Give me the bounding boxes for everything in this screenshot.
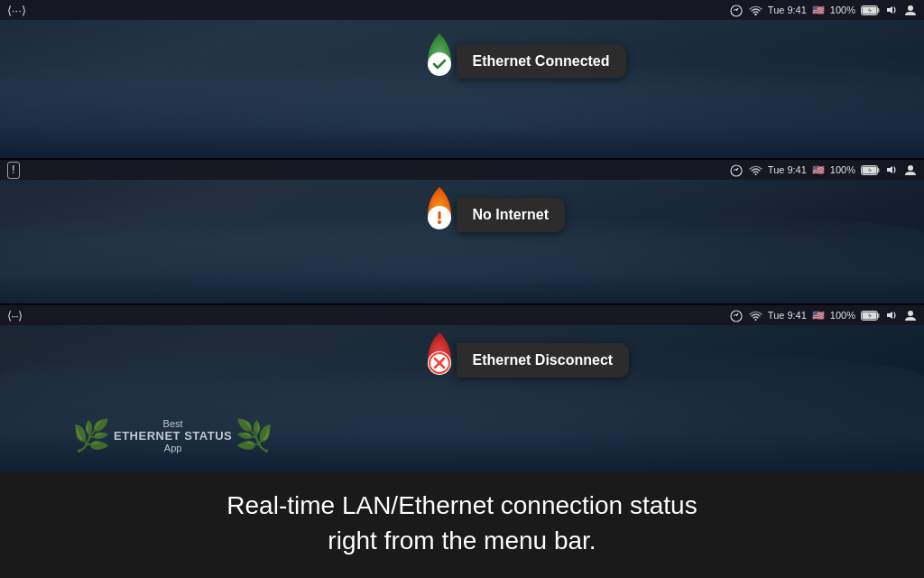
award-best-label: Best — [114, 418, 232, 429]
svg-line-1 — [736, 8, 738, 11]
battery-pct-2: 100% — [830, 164, 855, 175]
user-icon-2 — [904, 163, 917, 176]
award-laurel: 🌿 Best ETHERNET STATUS App 🌿 — [72, 418, 273, 453]
ethernet-status-icon-3[interactable]: ⟨···⟩ — [7, 309, 22, 322]
svg-line-9 — [736, 168, 738, 171]
status-notification-1: Ethernet Connected — [417, 32, 626, 91]
teardrop-svg-3 — [417, 331, 462, 387]
speedometer-icon-1 — [729, 3, 744, 17]
svg-point-2 — [754, 14, 756, 15]
menubar-left-3: ⟨···⟩ — [7, 309, 22, 322]
status-label-1: Ethernet Connected — [457, 44, 626, 79]
speedometer-icon-3 — [729, 308, 744, 322]
svg-point-24 — [908, 311, 913, 316]
battery-pct-3: 100% — [830, 310, 855, 321]
svg-point-20 — [754, 319, 756, 321]
flag-3: 🇺🇸 — [812, 310, 825, 322]
award-app-label: App — [114, 443, 232, 453]
menubar-2: ! Tue 9:41 🇺🇸 100% — [0, 160, 924, 180]
svg-rect-16 — [438, 211, 440, 219]
laurel-left-icon: 🌿 — [72, 420, 110, 451]
volume-icon-1 — [886, 5, 899, 15]
wifi-icon-2 — [749, 164, 762, 175]
time-3: Tue 9:41 — [768, 310, 807, 321]
svg-line-19 — [736, 313, 738, 316]
status-notification-3: Ethernet Disconnect — [417, 331, 630, 390]
svg-point-6 — [908, 5, 913, 11]
award-badge: 🌿 Best ETHERNET STATUS App 🌿 — [72, 418, 273, 453]
svg-rect-23 — [878, 313, 880, 318]
footer-line2: right from the menu bar. — [328, 527, 596, 555]
svg-rect-13 — [878, 168, 880, 172]
time-1: Tue 9:41 — [768, 5, 807, 15]
footer: Real-time LAN/Ethernet connection status… — [0, 471, 924, 578]
panel-connected: ⟨···⟩ Tue 9:41 🇺🇸 — [0, 0, 924, 158]
menubar-right-2: Tue 9:41 🇺🇸 100% — [729, 163, 917, 177]
status-label-3: Ethernet Disconnect — [457, 343, 630, 378]
status-notification-2: No Internet — [417, 185, 565, 245]
menubar-right-1: Tue 9:41 🇺🇸 100% — [729, 3, 917, 17]
volume-icon-3 — [886, 310, 899, 321]
battery-icon-3 — [861, 311, 881, 321]
status-icon-wrapper-1 — [417, 32, 462, 91]
svg-rect-5 — [878, 8, 880, 13]
menubar-left-2: ! — [7, 162, 20, 179]
svg-point-14 — [908, 165, 913, 171]
laurel-right-icon: 🌿 — [236, 420, 273, 451]
time-2: Tue 9:41 — [768, 164, 807, 175]
teardrop-svg-1 — [417, 32, 462, 88]
battery-icon-2 — [861, 165, 881, 175]
wifi-icon-3 — [749, 310, 762, 321]
user-icon-1 — [904, 4, 917, 16]
user-icon-3 — [904, 309, 917, 322]
award-title-label: ETHERNET STATUS — [114, 429, 232, 443]
battery-pct-1: 100% — [830, 5, 855, 15]
footer-text: Real-time LAN/Ethernet connection status… — [18, 488, 906, 558]
wifi-icon-1 — [749, 5, 762, 15]
teardrop-svg-2 — [417, 185, 462, 241]
menubar-1: ⟨···⟩ Tue 9:41 🇺🇸 — [0, 0, 924, 20]
ethernet-status-icon-1[interactable]: ⟨···⟩ — [7, 4, 26, 17]
menubar-3: ⟨···⟩ Tue 9:41 🇺🇸 100% — [0, 305, 924, 325]
exclaim-menubar-icon[interactable]: ! — [7, 162, 20, 179]
svg-point-10 — [754, 173, 756, 175]
speedometer-icon-2 — [729, 163, 744, 177]
menubar-left-1: ⟨···⟩ — [7, 4, 26, 17]
app-container: ⟨···⟩ Tue 9:41 🇺🇸 — [0, 0, 924, 578]
flag-2: 🇺🇸 — [812, 164, 825, 176]
award-text: Best ETHERNET STATUS App — [114, 418, 232, 453]
svg-point-7 — [428, 52, 451, 76]
status-label-2: No Internet — [457, 198, 565, 232]
status-icon-wrapper-3 — [417, 331, 462, 390]
footer-line1: Real-time LAN/Ethernet connection status — [226, 491, 697, 519]
menubar-right-3: Tue 9:41 🇺🇸 100% — [729, 308, 917, 322]
status-icon-wrapper-2 — [417, 185, 462, 245]
flag-1: 🇺🇸 — [812, 5, 825, 16]
battery-icon-1 — [861, 5, 881, 15]
svg-point-17 — [438, 220, 441, 224]
panel-disconnected: ⟨···⟩ Tue 9:41 🇺🇸 100% — [0, 305, 924, 471]
panel-no-internet: ! Tue 9:41 🇺🇸 100% — [0, 160, 924, 303]
volume-icon-2 — [886, 164, 899, 175]
